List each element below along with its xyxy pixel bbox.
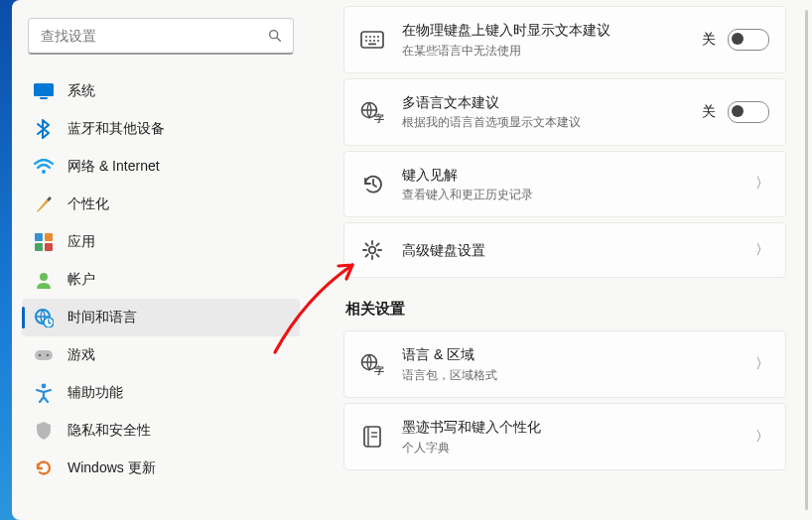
sidebar-item-time-language[interactable]: 时间和语言	[22, 299, 300, 336]
setting-typing-insights[interactable]: 键入见解 查看键入和更正历史记录 〉	[343, 151, 786, 218]
setting-title: 语言 & 区域	[402, 345, 755, 365]
brush-icon	[34, 195, 54, 214]
sidebar-item-label: Windows 更新	[68, 459, 156, 477]
sidebar-item-apps[interactable]: 应用	[22, 223, 300, 261]
svg-rect-12	[35, 350, 53, 360]
nav-list: 系统 蓝牙和其他设备 网络 & Internet 个性化 应用 帐户	[22, 72, 300, 487]
sidebar-item-accessibility[interactable]: 辅助功能	[22, 374, 300, 412]
sidebar-item-windows-update[interactable]: Windows 更新	[22, 450, 300, 487]
svg-text:字: 字	[374, 113, 384, 123]
related-settings-header: 相关设置	[345, 300, 784, 319]
svg-point-23	[373, 40, 375, 42]
sidebar-item-label: 应用	[68, 233, 95, 251]
history-icon	[360, 172, 384, 195]
update-icon	[34, 458, 54, 478]
setting-title: 多语言文本建议	[402, 93, 702, 113]
setting-title: 在物理键盘上键入时显示文本建议	[402, 21, 702, 41]
svg-point-28	[369, 247, 376, 254]
gear-icon	[360, 238, 384, 262]
setting-inking-typing[interactable]: 墨迹书写和键入个性化 个人字典 〉	[343, 403, 786, 470]
svg-rect-25	[368, 43, 376, 45]
svg-rect-2	[34, 83, 54, 96]
sidebar-item-privacy[interactable]: 隐私和安全性	[22, 412, 300, 450]
sidebar-item-label: 个性化	[68, 195, 109, 213]
sidebar-item-personalization[interactable]: 个性化	[22, 186, 300, 223]
svg-rect-7	[35, 243, 43, 251]
svg-rect-6	[45, 233, 53, 241]
svg-point-0	[270, 31, 278, 39]
sidebar-item-label: 系统	[68, 82, 95, 100]
svg-point-13	[39, 354, 42, 357]
svg-point-9	[40, 273, 48, 281]
svg-point-24	[377, 40, 379, 42]
svg-point-21	[365, 40, 367, 42]
search-box[interactable]	[28, 18, 294, 55]
svg-point-14	[47, 354, 50, 357]
scrollbar[interactable]	[805, 10, 808, 510]
sidebar-item-label: 时间和语言	[68, 309, 137, 326]
svg-rect-8	[45, 243, 53, 251]
search-input[interactable]	[39, 27, 267, 45]
wifi-icon	[34, 157, 54, 177]
svg-rect-5	[35, 233, 43, 241]
setting-subtitle: 语言包，区域格式	[402, 367, 755, 383]
setting-subtitle: 个人字典	[402, 440, 755, 455]
sidebar-item-network[interactable]: 网络 & Internet	[22, 148, 300, 186]
content-area: 在物理键盘上键入时显示文本建议 在某些语言中无法使用 关 字 多语言文本建议 根…	[330, 0, 812, 520]
svg-text:字: 字	[374, 365, 384, 375]
svg-rect-16	[361, 32, 383, 48]
setting-text-suggestions-hw[interactable]: 在物理键盘上键入时显示文本建议 在某些语言中无法使用 关	[343, 6, 786, 73]
svg-point-22	[369, 40, 371, 42]
setting-subtitle: 在某些语言中无法使用	[402, 43, 702, 59]
setting-title: 墨迹书写和键入个性化	[402, 418, 755, 438]
sidebar-item-label: 蓝牙和其他设备	[68, 120, 165, 138]
toggle-switch[interactable]	[728, 101, 769, 123]
sidebar-item-label: 游戏	[68, 346, 95, 364]
sidebar-item-gaming[interactable]: 游戏	[22, 336, 300, 374]
gamepad-icon	[34, 345, 54, 365]
sidebar-item-system[interactable]: 系统	[22, 72, 300, 110]
sidebar-item-label: 帐户	[68, 271, 95, 289]
chevron-right-icon: 〉	[755, 175, 769, 193]
setting-title: 键入见解	[402, 166, 755, 186]
keyboard-icon	[360, 28, 384, 52]
sidebar-item-label: 辅助功能	[68, 384, 123, 402]
apps-icon	[34, 232, 54, 252]
toggle-state-label: 关	[702, 31, 716, 49]
setting-multilang-suggestions[interactable]: 字 多语言文本建议 根据我的语言首选项显示文本建议 关	[343, 78, 786, 146]
bluetooth-icon	[34, 119, 54, 139]
globe-text-icon: 字	[360, 352, 384, 376]
monitor-icon	[34, 81, 54, 101]
globe-clock-icon	[34, 308, 54, 327]
setting-language-region[interactable]: 字 语言 & 区域 语言包，区域格式 〉	[343, 330, 786, 398]
setting-subtitle: 查看键入和更正历史记录	[402, 187, 755, 202]
chevron-right-icon: 〉	[755, 241, 769, 259]
svg-point-17	[365, 36, 367, 38]
svg-point-4	[42, 170, 46, 174]
svg-rect-3	[40, 97, 48, 99]
person-icon	[34, 270, 54, 290]
setting-subtitle: 根据我的语言首选项显示文本建议	[402, 114, 702, 130]
accessibility-icon	[34, 383, 54, 403]
chevron-right-icon: 〉	[755, 355, 769, 373]
sidebar-item-accounts[interactable]: 帐户	[22, 261, 300, 299]
toggle-state-label: 关	[702, 103, 716, 121]
svg-point-18	[369, 36, 371, 38]
svg-point-20	[377, 36, 379, 38]
sidebar-item-label: 网络 & Internet	[68, 158, 160, 176]
toggle-switch[interactable]	[728, 29, 769, 51]
shield-icon	[34, 421, 54, 441]
settings-window: 系统 蓝牙和其他设备 网络 & Internet 个性化 应用 帐户	[12, 0, 812, 520]
dictionary-icon	[360, 425, 384, 449]
search-icon	[267, 28, 283, 44]
svg-line-1	[277, 38, 280, 41]
globe-text-icon: 字	[360, 100, 384, 124]
setting-advanced-keyboard[interactable]: 高级键盘设置 〉	[343, 222, 786, 278]
sidebar-item-bluetooth[interactable]: 蓝牙和其他设备	[22, 110, 300, 148]
svg-point-15	[42, 384, 47, 389]
setting-title: 高级键盘设置	[402, 241, 755, 261]
sidebar: 系统 蓝牙和其他设备 网络 & Internet 个性化 应用 帐户	[12, 0, 310, 520]
chevron-right-icon: 〉	[755, 428, 769, 446]
svg-point-19	[373, 36, 375, 38]
sidebar-item-label: 隐私和安全性	[68, 422, 151, 440]
